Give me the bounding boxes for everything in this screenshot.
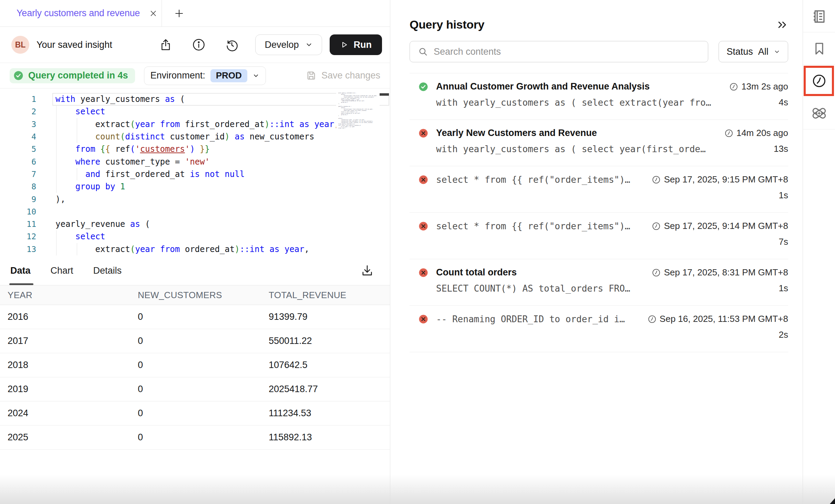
item-timestamp: Sep 17, 2025, 9:14 PM GMT+8	[652, 221, 788, 231]
error-x-icon	[418, 175, 429, 185]
item-timestamp: Sep 17, 2025, 9:15 PM GMT+8	[652, 174, 788, 185]
item-timestamp: Sep 16, 2025, 11:53 PM GMT+8	[648, 314, 788, 324]
table-cell: 0	[130, 432, 261, 443]
query-history-item[interactable]: select * from {{ ref("order_items")…Sep …	[410, 213, 788, 259]
results-table-body: 2016091399.7920170550011.2220180107642.5…	[0, 305, 390, 450]
code-line[interactable]: 3 extract(year from first_ordered_at)::i…	[0, 118, 390, 130]
environment-selector[interactable]: Environment: PROD	[144, 66, 266, 85]
line-number: 7	[0, 170, 36, 179]
query-history-item[interactable]: Annual Customer Growth and Revenue Analy…	[410, 73, 788, 120]
editor-minimap[interactable]: with yearly_customers as ( select extrac…	[336, 93, 380, 251]
column-header[interactable]: TOTAL_REVENUE	[261, 290, 390, 301]
line-number: 13	[0, 245, 36, 254]
notebook-icon[interactable]	[803, 0, 835, 32]
collapse-panel-icon[interactable]	[776, 19, 788, 31]
code-line[interactable]: 1with yearly_customers as (	[0, 93, 390, 105]
item-query-snippet: with yearly_customers as ( select extrac…	[436, 97, 779, 108]
code-line[interactable]: 6 where customer_type = 'new'	[0, 155, 390, 168]
code-line[interactable]: 5 from {{ ref('customers') }}	[0, 143, 390, 155]
search-input[interactable]	[434, 46, 708, 57]
indent-guide	[56, 155, 56, 168]
item-duration: 7s	[779, 237, 788, 247]
item-duration: 2s	[779, 329, 788, 340]
code-line[interactable]: 11yearly_revenue as (	[0, 218, 390, 230]
active-tab-underline	[9, 283, 33, 285]
table-row[interactable]: 20180107642.5	[0, 353, 390, 377]
code-line[interactable]: 8 group by 1	[0, 180, 390, 193]
indent-guide	[56, 143, 56, 155]
explore-icon[interactable]	[803, 97, 835, 129]
item-line1: Annual Customer Growth and Revenue Analy…	[418, 81, 788, 92]
develop-button[interactable]: Develop	[255, 34, 322, 55]
table-cell: 0	[130, 360, 261, 370]
run-button[interactable]: Run	[330, 34, 382, 55]
tab-details[interactable]: Details	[93, 265, 122, 276]
item-line1: select * from {{ ref("order_items")…Sep …	[418, 174, 788, 185]
item-query-snippet: select * from {{ ref("order_items")…	[436, 175, 646, 185]
code-text: where customer_type = 'new'	[55, 157, 210, 167]
share-icon[interactable]	[159, 38, 173, 52]
table-row[interactable]: 2016091399.79	[0, 305, 390, 329]
query-history-item[interactable]: select * from {{ ref("order_items")…Sep …	[410, 166, 788, 213]
item-query-snippet: select * from {{ ref("order_items")…	[436, 221, 646, 231]
code-text: from {{ ref('customers') }}	[55, 144, 210, 154]
status-filter-dropdown[interactable]: Status All	[719, 41, 788, 62]
indent-guide	[77, 243, 77, 255]
item-line2: SELECT COUNT(*) AS total_orders FRO…1s	[436, 283, 788, 294]
bookmark-icon[interactable]	[803, 32, 835, 65]
table-row[interactable]: 20240111234.53	[0, 401, 390, 426]
insight-title: Your saved insight	[37, 40, 112, 50]
column-header[interactable]: YEAR	[0, 290, 130, 301]
line-number: 11	[0, 220, 36, 229]
query-history-item[interactable]: Count total ordersSep 17, 2025, 8:31 PM …	[410, 259, 788, 306]
indent-guide	[77, 118, 77, 130]
item-duration: 13s	[774, 144, 788, 154]
new-tab-button[interactable]	[169, 0, 189, 27]
code-line[interactable]: 2 select	[0, 105, 390, 118]
item-duration: 4s	[779, 97, 788, 108]
develop-label: Develop	[265, 40, 299, 50]
tab-yearly-customers-and-revenue[interactable]: Yearly customers and revenue	[0, 0, 162, 27]
search-box[interactable]	[410, 41, 708, 62]
table-cell: 2025418.77	[261, 384, 390, 395]
item-line1: -- Renaming ORDER_ID to order_id i…Sep 1…	[418, 314, 788, 324]
table-cell: 2016	[0, 312, 130, 322]
code-line[interactable]: 12 select	[0, 230, 390, 243]
item-title: Yearly New Customers and Revenue	[436, 128, 719, 138]
indent-guide	[56, 230, 56, 243]
table-row[interactable]: 20250115892.13	[0, 426, 390, 450]
clock-icon	[648, 315, 657, 324]
query-history-item[interactable]: Yearly New Customers and Revenue14m 20s …	[410, 120, 788, 166]
version-history-icon[interactable]	[225, 38, 239, 52]
code-line[interactable]: 10	[0, 206, 390, 218]
query-history-item[interactable]: -- Renaming ORDER_ID to order_id i…Sep 1…	[410, 306, 788, 352]
download-icon[interactable]	[360, 263, 374, 278]
line-number: 12	[0, 232, 36, 241]
line-number: 4	[0, 132, 36, 141]
code-text: and first_ordered_at is not null	[55, 169, 245, 179]
tab-data[interactable]: Data	[10, 265, 31, 276]
code-text: count(distinct customer_id) as new_custo…	[55, 132, 314, 141]
tab-chart[interactable]: Chart	[51, 265, 73, 276]
item-query-snippet: with yearly_customers as ( select year(f…	[436, 144, 774, 154]
line-number: 10	[0, 207, 36, 216]
item-line1: select * from {{ ref("order_items")…Sep …	[418, 221, 788, 231]
code-text: with yearly_customers as (	[55, 94, 185, 104]
tab-close-icon[interactable]	[149, 9, 158, 18]
table-cell: 107642.5	[261, 360, 390, 370]
save-changes-button[interactable]: Save changes	[306, 70, 380, 81]
info-icon[interactable]	[192, 38, 206, 52]
code-line[interactable]: 4 count(distinct customer_id) as new_cus…	[0, 130, 390, 143]
sql-editor[interactable]: 1with yearly_customers as (2 select3 ext…	[0, 88, 390, 256]
code-line[interactable]: 9),	[0, 193, 390, 205]
table-row[interactable]: 20170550011.22	[0, 329, 390, 353]
code-line[interactable]: 13 extract(year from ordered_at)::int as…	[0, 243, 390, 255]
editor-panel: Yearly customers and revenue BL Your sav…	[0, 0, 390, 504]
indent-guide	[56, 130, 56, 143]
item-line2: 2s	[436, 329, 788, 340]
editor-scrollbar-thumb[interactable]	[380, 93, 389, 96]
column-header[interactable]: NEW_CUSTOMERS	[130, 290, 261, 301]
clock-icon	[652, 268, 661, 277]
table-row[interactable]: 201902025418.77	[0, 377, 390, 401]
code-line[interactable]: 7 and first_ordered_at is not null	[0, 168, 390, 180]
